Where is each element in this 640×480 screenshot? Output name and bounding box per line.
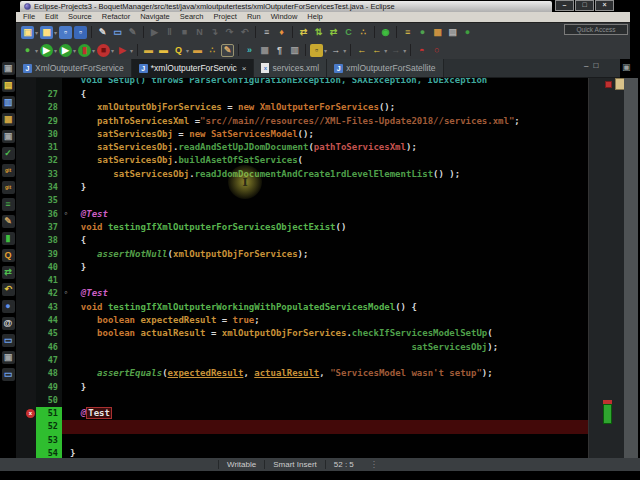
- code-text[interactable]: [70, 434, 588, 447]
- annotation-ruler-cell[interactable]: [16, 101, 36, 114]
- git-staging-icon[interactable]: git: [2, 164, 15, 177]
- mentions-view-icon[interactable]: @: [2, 317, 15, 330]
- annotation-ruler-cell[interactable]: [16, 181, 36, 194]
- sphere-icon[interactable]: ●: [461, 26, 474, 39]
- submit-doc-icon[interactable]: →: [329, 44, 342, 57]
- line-number[interactable]: 36: [36, 208, 62, 221]
- code-text[interactable]: }: [70, 381, 588, 394]
- line-number[interactable]: 30: [36, 128, 62, 141]
- line-number[interactable]: 46: [36, 341, 62, 354]
- step-return-icon[interactable]: ↶: [238, 26, 251, 39]
- annotate-tool-icon[interactable]: ✎: [2, 215, 15, 228]
- code-text[interactable]: [70, 394, 588, 407]
- code-text[interactable]: satServicesObj = new SatServicesModel();: [70, 128, 588, 141]
- code-text[interactable]: pathToServicesXml ="src//main//resources…: [70, 115, 588, 128]
- code-text[interactable]: @Test: [70, 208, 588, 221]
- step-into-icon[interactable]: ↴: [208, 26, 221, 39]
- code-text[interactable]: assertNotNull(xmlOutputObjForServices);: [70, 248, 588, 261]
- search-icon[interactable]: Q: [172, 44, 185, 57]
- last-edit-location-icon[interactable]: ←: [355, 44, 368, 57]
- trace-paw-icon[interactable]: ∴: [357, 26, 370, 39]
- annotation-ruler-cell[interactable]: [16, 154, 36, 167]
- line-number[interactable]: 54: [36, 447, 62, 458]
- slides-icon[interactable]: ▤: [446, 26, 459, 39]
- line-number[interactable]: 34: [36, 181, 62, 194]
- save-as-icon[interactable]: ▫: [310, 44, 323, 57]
- power-icon[interactable]: ◉: [379, 26, 392, 39]
- annotation-ruler-cell[interactable]: [16, 208, 36, 221]
- task-list-icon[interactable]: ≡: [401, 26, 414, 39]
- code-text[interactable]: satServicesObj.buildAsetOfSatServices(: [70, 154, 588, 167]
- annotation-ruler-cell[interactable]: [16, 234, 36, 247]
- next-annotation-icon[interactable]: »: [243, 44, 256, 57]
- code-text[interactable]: xmlOutputObjForServices = new XmlOutpute…: [70, 101, 588, 114]
- pen-disabled-icon[interactable]: ✎: [126, 26, 139, 39]
- compare-view-icon[interactable]: ⇄: [2, 266, 15, 279]
- line-number[interactable]: 38: [36, 234, 62, 247]
- window-view-icon[interactable]: ▣: [2, 130, 15, 143]
- git-repositories-icon[interactable]: git: [2, 181, 15, 194]
- annotation-ruler-cell[interactable]: [16, 78, 36, 88]
- code-text[interactable]: satServicesObj.readAndSetUpJDomDocument(…: [70, 141, 588, 154]
- red-ring-icon[interactable]: ○: [430, 44, 443, 57]
- line-number[interactable]: 31: [36, 141, 62, 154]
- search-view-icon[interactable]: Q: [2, 249, 15, 262]
- annotation-ruler-cell[interactable]: [16, 354, 36, 367]
- tab-xmloutputerforsatellite[interactable]: JxmlOutputerForSatellite: [327, 59, 443, 77]
- code-text[interactable]: @Test: [70, 407, 588, 420]
- code-text[interactable]: assertEquals(expectedResult, actualResul…: [70, 367, 588, 380]
- block-selection-icon[interactable]: ▥: [288, 44, 301, 57]
- profile-dropdown-icon[interactable]: ▾: [130, 47, 133, 54]
- menu-edit[interactable]: Edit: [40, 12, 63, 22]
- calendar-icon[interactable]: ▦: [431, 26, 444, 39]
- markers-list-icon[interactable]: ≡: [260, 26, 273, 39]
- line-number[interactable]: 53: [36, 434, 62, 447]
- save-all-icon[interactable]: ▫: [74, 26, 87, 39]
- code-text[interactable]: satServicesObj.readJdomDocumentAndCreate…: [70, 168, 588, 181]
- line-number[interactable]: 37: [36, 221, 62, 234]
- run-last-dropdown-icon[interactable]: ▾: [73, 47, 76, 54]
- minimize-editor-icon[interactable]: –: [584, 61, 588, 70]
- resume-icon[interactable]: ▶: [148, 26, 161, 39]
- synchronize-view-icon[interactable]: ≡: [2, 198, 15, 211]
- annotation-ruler-cell[interactable]: [16, 301, 36, 314]
- line-number[interactable]: 47: [36, 354, 62, 367]
- terminate-icon[interactable]: ■: [178, 26, 191, 39]
- step-n-icon[interactable]: N: [193, 26, 206, 39]
- line-number[interactable]: 33: [36, 168, 62, 181]
- menu-navigate[interactable]: Navigate: [135, 12, 175, 22]
- forward-history-icon[interactable]: →: [389, 44, 402, 57]
- annotate-pen-icon[interactable]: ✎: [221, 44, 234, 57]
- console-panel-icon[interactable]: ▥: [2, 96, 15, 109]
- restore-view-icon[interactable]: ▣: [2, 62, 15, 75]
- minimize-button[interactable]: –: [555, 0, 574, 11]
- step-over-icon[interactable]: ↷: [223, 26, 236, 39]
- annotation-ruler-cell[interactable]: [16, 194, 36, 207]
- annotation-ruler-cell[interactable]: [16, 327, 36, 340]
- annotation-ruler-cell[interactable]: [16, 248, 36, 261]
- line-number[interactable]: 43: [36, 301, 62, 314]
- code-text[interactable]: }: [70, 261, 588, 274]
- display-view-icon[interactable]: ▭: [2, 368, 15, 381]
- overview-ruler[interactable]: [588, 78, 624, 458]
- mark-occurrences-icon[interactable]: ▦: [258, 44, 271, 57]
- restore-editor-icon[interactable]: ▣: [622, 62, 631, 72]
- open-file-icon[interactable]: ▬: [142, 44, 155, 57]
- annotation-ruler-cell[interactable]: x: [16, 407, 36, 420]
- new-wizard-dropdown-icon[interactable]: ▾: [35, 29, 38, 36]
- line-number[interactable]: 41: [36, 274, 62, 287]
- annotation-ruler-cell[interactable]: [16, 261, 36, 274]
- line-number[interactable]: [36, 78, 62, 88]
- code-text[interactable]: [70, 354, 588, 367]
- code-text[interactable]: boolean actualResult = xmlOutputObjForSe…: [70, 327, 588, 340]
- annotation-ruler-cell[interactable]: [16, 420, 36, 433]
- line-number[interactable]: 32: [36, 154, 62, 167]
- annotation-ruler-cell[interactable]: [16, 381, 36, 394]
- web-browser-view-icon[interactable]: ●: [2, 300, 15, 313]
- annotation-ruler-cell[interactable]: [16, 88, 36, 101]
- back-history-dropdown-icon[interactable]: ▾: [384, 47, 387, 54]
- line-number[interactable]: 27: [36, 88, 62, 101]
- profile-icon[interactable]: ▶: [116, 44, 129, 57]
- open-resource-icon[interactable]: ▬: [191, 44, 204, 57]
- annotation-ruler-cell[interactable]: [16, 394, 36, 407]
